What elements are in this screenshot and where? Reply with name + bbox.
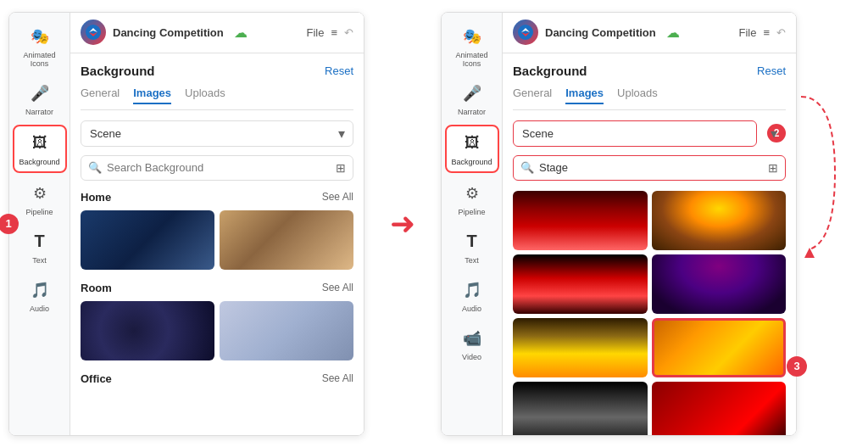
svg-marker-1 [804, 248, 815, 258]
step-2-badge: 2 [767, 124, 786, 142]
reset-link-left[interactable]: Reset [325, 64, 353, 77]
home-section-title: Home [81, 191, 111, 204]
app-title-right: Dancing Competition [545, 26, 656, 39]
bg-header-right: Background Reset [513, 64, 786, 78]
home-image-2[interactable] [220, 210, 353, 270]
stage-image-1[interactable] [513, 191, 648, 250]
room-image-2[interactable] [220, 301, 353, 360]
tabs-right: General Images Uploads [513, 87, 786, 110]
search-bar-right[interactable]: 🔍 ⊞ [513, 155, 786, 181]
topbar-right-right: File ≡ ↶ [738, 26, 786, 39]
pipeline-icon-r: ⚙ [460, 182, 484, 205]
right-topbar: Dancing Competition ☁ File ≡ ↶ [503, 13, 796, 53]
room-see-all[interactable]: See All [322, 282, 353, 293]
pipeline-icon: ⚙ [28, 182, 52, 205]
room-image-grid [81, 301, 353, 360]
sidebar-item-label: Animated Icons [16, 51, 64, 68]
back-icon-left[interactable]: ↶ [344, 26, 353, 39]
filter-icon-right[interactable]: ⊞ [768, 161, 778, 175]
sidebar-item-label: Narrator [25, 108, 53, 116]
sidebar-item-label: Background [19, 158, 59, 166]
dropdown-row-left: Scene Abstract Nature ▾ [81, 120, 353, 147]
file-menu-right[interactable]: File [738, 26, 756, 39]
video-icon-r: 📹 [460, 327, 484, 350]
left-panel-body: Background Reset General Images Uploads … [70, 53, 364, 435]
left-content-area: Dancing Competition ☁ File ≡ ↶ Backgroun… [70, 13, 364, 435]
reset-link-right[interactable]: Reset [757, 64, 786, 77]
stage-row-4 [513, 382, 786, 435]
sidebar-item-label-r: Pipeline [458, 208, 485, 216]
main-container: 1 🎭 Animated Icons 🎤 Narrator 🖼 Backgrou… [0, 0, 868, 447]
animated-icons-icon-r: 🎭 [460, 25, 484, 48]
bg-title-left: Background [81, 64, 155, 78]
home-section-header: Home See All [81, 191, 353, 204]
sidebar-item-label-r: Text [465, 256, 479, 265]
sidebar-item-animated-icons[interactable]: 🎭 Animated Icons [13, 20, 67, 73]
sidebar-item-video-r[interactable]: 📹 Video [445, 321, 499, 366]
room-section-title: Room [81, 282, 112, 294]
search-input-left[interactable] [107, 161, 331, 174]
right-panel: 🎭 Animated Icons 🎤 Narrator 🖼 Background… [441, 12, 797, 436]
sidebar-item-narrator-r[interactable]: 🎤 Narrator [445, 76, 499, 121]
sidebar-item-pipeline[interactable]: ⚙ Pipeline [13, 176, 67, 221]
sidebar-item-narrator[interactable]: 🎤 Narrator [13, 76, 67, 121]
stage-image-2[interactable] [652, 191, 787, 250]
stage-image-6-selected[interactable] [652, 318, 787, 377]
left-topbar: Dancing Competition ☁ File ≡ ↶ [70, 13, 364, 53]
office-see-all[interactable]: See All [322, 372, 353, 384]
stage-image-5[interactable] [513, 318, 648, 377]
back-icon-right[interactable]: ↶ [776, 26, 786, 39]
tab-images-right[interactable]: Images [565, 87, 604, 104]
dashed-arrow-svg [793, 80, 843, 266]
sidebar-item-background-r[interactable]: 🖼 Background [445, 125, 499, 173]
file-menu-left[interactable]: File [306, 26, 324, 39]
app-logo-right [513, 20, 538, 45]
scene-dropdown-right[interactable]: Scene Abstract [513, 120, 757, 147]
menu-hamburger-left[interactable]: ≡ [331, 26, 337, 39]
stage-image-7[interactable] [513, 382, 648, 435]
sidebar-item-background[interactable]: 🖼 Background [13, 125, 67, 173]
home-see-all[interactable]: See All [322, 191, 353, 203]
tab-general-left[interactable]: General [81, 87, 120, 104]
stage-images-container [513, 191, 786, 435]
filter-icon-left[interactable]: ⊞ [336, 161, 346, 175]
topbar-right-left: File ≡ ↶ [306, 26, 353, 39]
background-icon: 🖼 [28, 131, 52, 155]
sidebar-item-text[interactable]: T Text [13, 225, 67, 270]
sidebar-item-text-r[interactable]: T Text [445, 225, 499, 270]
tab-uploads-left[interactable]: Uploads [185, 87, 225, 104]
arrow-container: ➜ [373, 206, 432, 242]
right-content-area: Dancing Competition ☁ File ≡ ↶ Backgroun… [503, 13, 796, 435]
svg-point-2 [518, 25, 533, 40]
sidebar-item-audio-r[interactable]: 🎵 Audio [445, 273, 499, 318]
bg-title-right: Background [513, 64, 587, 78]
narrator-icon-r: 🎤 [460, 81, 484, 105]
tab-images-left[interactable]: Images [133, 87, 171, 104]
room-image-1[interactable] [81, 301, 214, 360]
search-input-right[interactable] [539, 161, 763, 174]
direction-arrow: ➜ [390, 206, 415, 242]
scene-dropdown-left[interactable]: Scene Abstract Nature [81, 120, 353, 147]
sidebar-item-pipeline-r[interactable]: ⚙ Pipeline [445, 176, 499, 221]
sidebar-item-animated-icons-r[interactable]: 🎭 Animated Icons [445, 20, 499, 73]
stage-image-4[interactable] [652, 254, 787, 314]
stage-image-8[interactable] [652, 382, 787, 435]
search-bar-left[interactable]: 🔍 ⊞ [81, 155, 353, 181]
left-panel: 🎭 Animated Icons 🎤 Narrator 🖼 Background… [8, 12, 364, 436]
sidebar-item-audio[interactable]: 🎵 Audio [13, 273, 67, 318]
stage-image-3[interactable] [513, 254, 648, 314]
sidebar-item-label-r: Audio [462, 305, 481, 313]
tab-uploads-right[interactable]: Uploads [617, 87, 658, 104]
sidebar-item-label-r: Animated Icons [448, 51, 496, 68]
tab-general-right[interactable]: General [513, 87, 552, 104]
home-image-grid [81, 210, 353, 270]
sidebar-item-label: Audio [30, 305, 49, 313]
text-icon-r: T [460, 230, 484, 254]
home-image-1[interactable] [81, 210, 214, 270]
sidebar-item-label: Text [32, 256, 47, 265]
background-icon-r: 🖼 [460, 131, 484, 155]
menu-hamburger-right[interactable]: ≡ [763, 26, 770, 39]
cloud-icon-left: ☁ [234, 25, 248, 41]
stage-row-2 [513, 254, 786, 314]
bg-header-left: Background Reset [81, 64, 353, 78]
